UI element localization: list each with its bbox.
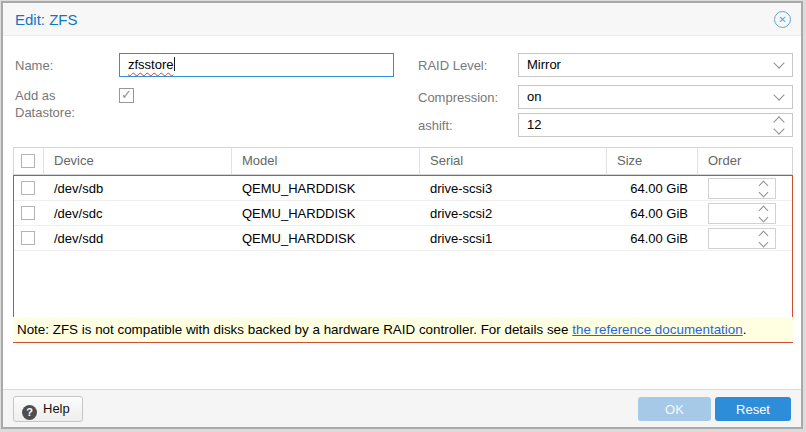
- column-header-device[interactable]: Device: [44, 148, 232, 174]
- serial-cell: drive-scsi1: [420, 231, 607, 246]
- help-button[interactable]: ?Help: [13, 396, 83, 422]
- column-header-size[interactable]: Size: [607, 148, 698, 174]
- name-label: Name:: [15, 58, 53, 73]
- note-text: Note: ZFS is not compatible with disks b…: [17, 322, 572, 337]
- text-caret: [174, 57, 175, 71]
- close-icon[interactable]: ✕: [774, 11, 791, 28]
- spinner-down-icon[interactable]: [773, 123, 784, 134]
- reference-documentation-link[interactable]: the reference documentation: [572, 322, 742, 337]
- raid-level-label: RAID Level:: [418, 58, 487, 73]
- name-input-value: zfsstore: [128, 57, 174, 72]
- raid-level-value: Mirror: [527, 54, 561, 76]
- ashift-label: ashift:: [418, 118, 453, 133]
- device-cell: /dev/sdb: [44, 181, 232, 196]
- compression-select[interactable]: on: [518, 85, 793, 109]
- row-checkbox[interactable]: [21, 231, 35, 245]
- spinner-down-icon[interactable]: [759, 237, 769, 247]
- ok-button[interactable]: OK: [638, 397, 711, 421]
- column-header-order[interactable]: Order: [698, 148, 792, 174]
- model-cell: QEMU_HARDDISK: [232, 231, 420, 246]
- name-input[interactable]: zfsstore: [119, 53, 394, 77]
- column-header-model[interactable]: Model: [232, 148, 420, 174]
- reset-button[interactable]: Reset: [715, 397, 791, 421]
- dialog-footer: ?Help OK Reset: [3, 389, 801, 427]
- order-spinner[interactable]: [708, 178, 776, 199]
- size-cell: 64.00 GiB: [607, 206, 698, 221]
- add-as-datastore-checkbox[interactable]: [119, 88, 134, 103]
- model-cell: QEMU_HARDDISK: [232, 206, 420, 221]
- order-spinner[interactable]: [708, 203, 776, 224]
- add-as-datastore-label: Add as Datastore:: [15, 87, 110, 121]
- device-cell: /dev/sdc: [44, 206, 232, 221]
- disk-table: Device Model Serial Size Order /dev/sdb …: [13, 147, 793, 343]
- row-checkbox[interactable]: [21, 206, 35, 220]
- model-cell: QEMU_HARDDISK: [232, 181, 420, 196]
- column-header-serial[interactable]: Serial: [420, 148, 607, 174]
- dialog-titlebar: Edit: ZFS ✕: [3, 3, 801, 36]
- disk-table-header: Device Model Serial Size Order: [13, 147, 793, 175]
- raid-level-select[interactable]: Mirror: [518, 53, 793, 77]
- help-button-label: Help: [43, 401, 70, 416]
- chevron-down-icon[interactable]: [768, 54, 792, 76]
- spinner-down-icon[interactable]: [759, 187, 769, 197]
- dialog-title: Edit: ZFS: [15, 3, 78, 36]
- serial-cell: drive-scsi3: [420, 181, 607, 196]
- chevron-down-icon[interactable]: [768, 86, 792, 108]
- select-all-checkbox[interactable]: [21, 154, 35, 168]
- size-cell: 64.00 GiB: [607, 181, 698, 196]
- ashift-value: 12: [527, 114, 541, 136]
- select-all-cell: [14, 148, 44, 174]
- order-spinner[interactable]: [708, 228, 776, 249]
- ashift-spinner[interactable]: 12: [518, 113, 793, 137]
- table-row[interactable]: /dev/sdc QEMU_HARDDISK drive-scsi2 64.00…: [14, 201, 792, 226]
- serial-cell: drive-scsi2: [420, 206, 607, 221]
- size-cell: 64.00 GiB: [607, 231, 698, 246]
- zfs-note: Note: ZFS is not compatible with disks b…: [13, 317, 793, 342]
- note-text-suffix: .: [743, 322, 747, 337]
- spinner-down-icon[interactable]: [759, 212, 769, 222]
- table-row[interactable]: /dev/sdd QEMU_HARDDISK drive-scsi1 64.00…: [14, 226, 792, 251]
- device-cell: /dev/sdd: [44, 231, 232, 246]
- help-icon: ?: [22, 405, 37, 420]
- row-checkbox[interactable]: [21, 181, 35, 195]
- compression-label: Compression:: [418, 90, 498, 105]
- table-row[interactable]: /dev/sdb QEMU_HARDDISK drive-scsi3 64.00…: [14, 176, 792, 201]
- compression-value: on: [527, 86, 541, 108]
- edit-zfs-dialog: Edit: ZFS ✕ Name: zfsstore Add as Datast…: [1, 1, 803, 429]
